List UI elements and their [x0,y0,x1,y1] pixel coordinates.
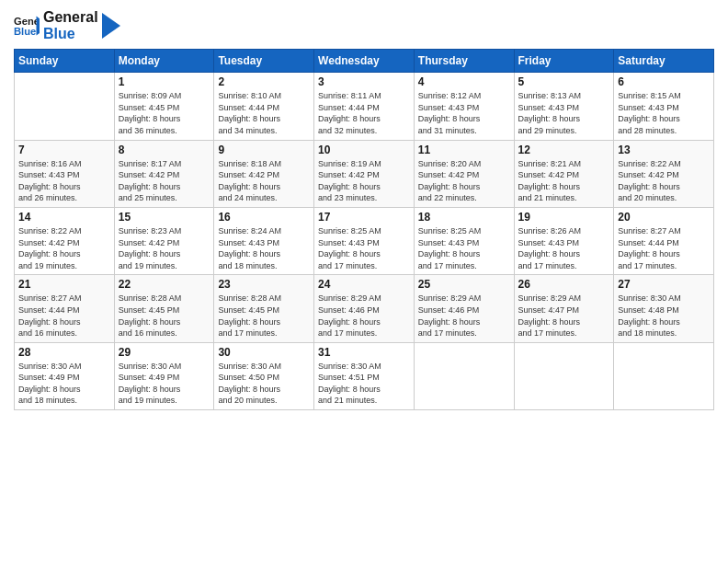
day-info: Sunrise: 8:22 AM Sunset: 4:42 PM Dayligh… [618,158,710,204]
calendar-cell: 2Sunrise: 8:10 AM Sunset: 4:44 PM Daylig… [214,73,314,140]
calendar-cell: 14Sunrise: 8:22 AM Sunset: 4:42 PM Dayli… [15,207,115,274]
day-info: Sunrise: 8:22 AM Sunset: 4:42 PM Dayligh… [18,225,110,271]
logo-icon: General Blue [14,13,40,39]
day-number: 3 [318,75,410,88]
calendar-cell: 9Sunrise: 8:18 AM Sunset: 4:42 PM Daylig… [214,140,314,207]
calendar-cell: 26Sunrise: 8:29 AM Sunset: 4:47 PM Dayli… [514,275,614,342]
day-info: Sunrise: 8:30 AM Sunset: 4:49 PM Dayligh… [18,361,110,407]
calendar-cell [414,342,514,409]
day-info: Sunrise: 8:28 AM Sunset: 4:45 PM Dayligh… [119,293,210,339]
day-info: Sunrise: 8:12 AM Sunset: 4:43 PM Dayligh… [418,90,510,136]
day-info: Sunrise: 8:27 AM Sunset: 4:44 PM Dayligh… [18,293,110,339]
calendar-cell: 11Sunrise: 8:20 AM Sunset: 4:42 PM Dayli… [414,140,514,207]
day-info: Sunrise: 8:25 AM Sunset: 4:43 PM Dayligh… [318,225,410,271]
calendar-cell: 21Sunrise: 8:27 AM Sunset: 4:44 PM Dayli… [15,275,115,342]
day-number: 19 [518,211,610,224]
day-number: 2 [218,75,310,88]
day-number: 27 [618,278,710,291]
calendar-cell: 25Sunrise: 8:29 AM Sunset: 4:46 PM Dayli… [414,275,514,342]
day-number: 29 [119,346,210,359]
day-info: Sunrise: 8:17 AM Sunset: 4:42 PM Dayligh… [119,158,210,204]
day-info: Sunrise: 8:09 AM Sunset: 4:45 PM Dayligh… [119,90,210,136]
calendar-cell: 31Sunrise: 8:30 AM Sunset: 4:51 PM Dayli… [314,342,415,409]
day-info: Sunrise: 8:29 AM Sunset: 4:46 PM Dayligh… [318,293,410,339]
day-number: 28 [18,346,110,359]
calendar-cell: 30Sunrise: 8:30 AM Sunset: 4:50 PM Dayli… [214,342,314,409]
day-info: Sunrise: 8:16 AM Sunset: 4:43 PM Dayligh… [18,158,110,204]
day-info: Sunrise: 8:30 AM Sunset: 4:49 PM Dayligh… [119,361,210,407]
day-info: Sunrise: 8:29 AM Sunset: 4:47 PM Dayligh… [518,293,610,339]
day-number: 23 [218,278,310,291]
day-number: 7 [18,144,110,156]
calendar-cell: 29Sunrise: 8:30 AM Sunset: 4:49 PM Dayli… [114,342,214,409]
week-row-2: 7Sunrise: 8:16 AM Sunset: 4:43 PM Daylig… [15,140,714,207]
day-number: 11 [418,144,510,156]
day-info: Sunrise: 8:26 AM Sunset: 4:43 PM Dayligh… [518,225,610,271]
day-info: Sunrise: 8:24 AM Sunset: 4:43 PM Dayligh… [218,225,310,271]
calendar-cell: 4Sunrise: 8:12 AM Sunset: 4:43 PM Daylig… [414,73,514,140]
calendar-cell: 15Sunrise: 8:23 AM Sunset: 4:42 PM Dayli… [114,207,214,274]
weekday-friday: Friday [514,50,614,73]
calendar-cell: 19Sunrise: 8:26 AM Sunset: 4:43 PM Dayli… [514,207,614,274]
day-number: 1 [119,75,210,88]
day-number: 14 [18,211,110,224]
weekday-tuesday: Tuesday [214,50,314,73]
day-info: Sunrise: 8:10 AM Sunset: 4:44 PM Dayligh… [218,90,310,136]
day-number: 18 [418,211,510,224]
svg-marker-2 [37,16,40,35]
page-header: General Blue General Blue [14,9,714,41]
day-info: Sunrise: 8:29 AM Sunset: 4:46 PM Dayligh… [418,293,510,339]
day-info: Sunrise: 8:19 AM Sunset: 4:42 PM Dayligh… [318,158,410,204]
day-number: 9 [218,144,310,156]
week-row-4: 21Sunrise: 8:27 AM Sunset: 4:44 PM Dayli… [15,275,714,342]
day-number: 4 [418,75,510,88]
day-info: Sunrise: 8:30 AM Sunset: 4:50 PM Dayligh… [218,361,310,407]
day-number: 31 [318,346,410,359]
day-info: Sunrise: 8:20 AM Sunset: 4:42 PM Dayligh… [418,158,510,204]
day-info: Sunrise: 8:28 AM Sunset: 4:45 PM Dayligh… [218,293,310,339]
day-number: 26 [518,278,610,291]
calendar-cell: 5Sunrise: 8:13 AM Sunset: 4:43 PM Daylig… [514,73,614,140]
calendar-cell: 17Sunrise: 8:25 AM Sunset: 4:43 PM Dayli… [314,207,415,274]
day-number: 17 [318,211,410,224]
calendar-cell: 28Sunrise: 8:30 AM Sunset: 4:49 PM Dayli… [15,342,115,409]
calendar-cell: 1Sunrise: 8:09 AM Sunset: 4:45 PM Daylig… [114,73,214,140]
day-number: 12 [518,144,610,156]
calendar-cell: 24Sunrise: 8:29 AM Sunset: 4:46 PM Dayli… [314,275,415,342]
svg-marker-3 [102,13,120,39]
calendar-cell: 18Sunrise: 8:25 AM Sunset: 4:43 PM Dayli… [414,207,514,274]
day-info: Sunrise: 8:18 AM Sunset: 4:42 PM Dayligh… [218,158,310,204]
logo-general: General [43,9,98,26]
weekday-sunday: Sunday [15,50,115,73]
day-number: 20 [618,211,710,224]
day-number: 15 [119,211,210,224]
day-number: 25 [418,278,510,291]
day-number: 22 [119,278,210,291]
logo-blue: Blue [43,26,98,42]
day-number: 30 [218,346,310,359]
calendar-cell: 13Sunrise: 8:22 AM Sunset: 4:42 PM Dayli… [614,140,714,207]
calendar-cell: 16Sunrise: 8:24 AM Sunset: 4:43 PM Dayli… [214,207,314,274]
day-number: 8 [119,144,210,156]
weekday-monday: Monday [114,50,214,73]
day-number: 5 [518,75,610,88]
day-number: 10 [318,144,410,156]
week-row-5: 28Sunrise: 8:30 AM Sunset: 4:49 PM Dayli… [15,342,714,409]
day-number: 21 [18,278,110,291]
week-row-3: 14Sunrise: 8:22 AM Sunset: 4:42 PM Dayli… [15,207,714,274]
logo: General Blue General Blue [14,9,120,41]
day-info: Sunrise: 8:25 AM Sunset: 4:43 PM Dayligh… [418,225,510,271]
day-number: 13 [618,144,710,156]
day-info: Sunrise: 8:27 AM Sunset: 4:44 PM Dayligh… [618,225,710,271]
calendar-body: 1Sunrise: 8:09 AM Sunset: 4:45 PM Daylig… [15,73,714,410]
weekday-thursday: Thursday [414,50,514,73]
day-number: 6 [618,75,710,88]
calendar-cell [514,342,614,409]
calendar-cell: 23Sunrise: 8:28 AM Sunset: 4:45 PM Dayli… [214,275,314,342]
weekday-header-row: SundayMondayTuesdayWednesdayThursdayFrid… [15,50,714,73]
day-number: 24 [318,278,410,291]
day-info: Sunrise: 8:11 AM Sunset: 4:44 PM Dayligh… [318,90,410,136]
day-info: Sunrise: 8:13 AM Sunset: 4:43 PM Dayligh… [518,90,610,136]
svg-text:General: General [14,15,40,26]
calendar-table: SundayMondayTuesdayWednesdayThursdayFrid… [14,49,714,410]
